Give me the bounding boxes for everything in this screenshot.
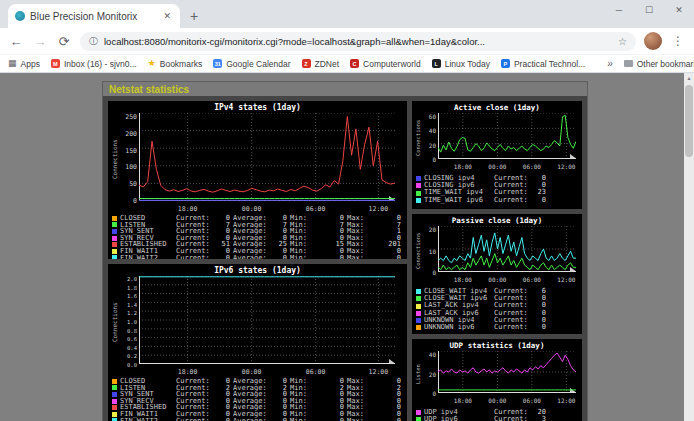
y-tick-label: 60 <box>429 113 436 120</box>
chart-panel-ipv6-states: IPv6 states (1day)Connections2.01.81.61.… <box>108 264 407 421</box>
y-tick-label: 1.6 <box>127 293 137 299</box>
legend-color-swatch <box>112 392 117 397</box>
x-tick-label: 18:00 <box>178 205 198 213</box>
new-tab-button[interactable]: + <box>190 8 198 24</box>
y-tick-label: 1.4 <box>127 302 137 308</box>
x-tick-label: 00:00 <box>242 205 262 213</box>
bookmark-linuxtoday[interactable]: LLinux Today <box>432 59 490 69</box>
url-text[interactable]: localhost:8080/monitorix-cgi/monitorix.c… <box>104 36 612 47</box>
gmail-icon: M <box>51 59 60 68</box>
chart-title: UDP statistics (1day) <box>414 341 580 351</box>
legend-col-label: Max: <box>347 418 383 421</box>
charts-grid: IPv4 states (1day)Connections25020015010… <box>103 96 587 421</box>
legend-color-swatch <box>112 222 117 227</box>
maximize-button[interactable]: ☐ <box>634 0 664 20</box>
y-tick-label: 0.2 <box>127 353 137 359</box>
bookmark-practicaltech[interactable]: PPractical Technol... <box>501 59 585 69</box>
bookmark-label: Computerworld <box>363 59 421 69</box>
legend-col-label: Min: <box>290 255 326 259</box>
x-tick-labels: 18:0000:0006:0012:00 <box>438 163 576 171</box>
y-tick-label: 0.4 <box>127 345 137 351</box>
site-info-icon[interactable]: ⓘ <box>89 35 98 48</box>
y-tick-label: 0 <box>432 269 436 276</box>
minimize-button[interactable]: ─ <box>604 0 634 20</box>
y-tick-label: 150 <box>125 147 137 155</box>
bookmark-label: Linux Today <box>445 59 490 69</box>
y-tick-label: 20 <box>429 226 436 233</box>
y-axis-label: Connections <box>110 113 119 205</box>
toolbar: ← → ⟳ ⓘ localhost:8080/monitorix-cgi/mon… <box>0 28 694 55</box>
chart-legend: UDP ipv4Current:20UDP ipv6Current:3 <box>414 409 580 421</box>
back-icon[interactable]: ← <box>8 34 24 49</box>
x-tick-labels: 18:0000:0006:0012:00 <box>438 276 576 284</box>
scroll-up-button[interactable]: ▲ <box>684 73 694 83</box>
x-tick-label: 06:00 <box>523 163 541 170</box>
other-bookmarks[interactable]: Other bookmarks <box>624 59 694 69</box>
legend-color-swatch <box>112 216 117 221</box>
legend-color-swatch <box>416 318 421 323</box>
series-TIME_WAIT-ipv4 <box>438 115 576 152</box>
y-axis-label: Connections <box>110 276 119 368</box>
y-tick-label: 1.2 <box>127 310 137 316</box>
x-tick-label: 00:00 <box>242 368 262 376</box>
chart-plot[interactable] <box>139 113 395 201</box>
tab-title: Blue Precision Monitorix <box>30 11 156 22</box>
y-tick-label: 50 <box>129 180 137 188</box>
legend-color-swatch <box>416 296 421 301</box>
chart-panel-passive-close: Passive close (1day)Connections2010018:0… <box>412 214 582 334</box>
other-bookmarks-label: Other bookmarks <box>637 59 694 69</box>
browser-tab[interactable]: Blue Precision Monitorix ✕ <box>8 4 180 28</box>
legend-value: 0 <box>326 255 344 259</box>
legend-color-swatch <box>416 176 421 181</box>
x-tick-label: 18:00 <box>178 368 198 376</box>
bookmark-label: Practical Technol... <box>514 59 585 69</box>
y-tick-labels: 250200150100500 <box>119 113 139 205</box>
chart-legend: CLOSE_WAIT ipv4Current:6CLOSE_WAIT ipv6C… <box>414 288 580 331</box>
legend-color-swatch <box>112 249 117 254</box>
star-icon: ★ <box>148 59 156 68</box>
section-header-netstat: Netstat statistics <box>103 82 587 96</box>
chart-title: Passive close (1day) <box>414 216 580 226</box>
bookmark-apps-grid[interactable]: ▦Apps <box>8 59 40 69</box>
legend-color-swatch <box>112 379 117 384</box>
bookmark-computerworld[interactable]: CComputerworld <box>350 59 421 69</box>
close-button[interactable]: ✕ <box>664 0 694 20</box>
legend-value: 0 <box>326 418 344 421</box>
y-tick-label: 0.0 <box>127 362 137 368</box>
chart-plot[interactable] <box>438 226 576 272</box>
chart-plot[interactable] <box>438 351 576 393</box>
bookmark-label: Bookmarks <box>160 59 203 69</box>
legend-name: UDP ipv6 <box>424 416 494 421</box>
bookmarks-overflow-icon[interactable]: » <box>607 58 613 69</box>
bookmark-calendar[interactable]: 31Google Calendar <box>213 59 290 69</box>
x-tick-label: 12:00 <box>557 276 575 283</box>
legend-color-swatch <box>112 255 117 259</box>
reload-icon[interactable]: ⟳ <box>56 34 72 49</box>
chart-plot[interactable] <box>139 276 395 364</box>
x-tick-label: 12:00 <box>557 163 575 170</box>
x-tick-labels: 18:0000:0006:0012:00 <box>139 368 395 376</box>
forward-icon[interactable]: → <box>32 34 48 49</box>
browser-menu-icon[interactable]: ⋮ <box>670 34 686 48</box>
y-tick-label: 0 <box>133 197 137 205</box>
tab-close-icon[interactable]: ✕ <box>161 11 173 21</box>
chart-plot[interactable] <box>438 113 576 159</box>
y-tick-labels: 40200 <box>422 351 438 397</box>
address-bar[interactable]: ⓘ localhost:8080/monitorix-cgi/monitorix… <box>80 32 636 51</box>
bookmark-gmail[interactable]: MInbox (16) - sjvn0... <box>51 59 137 69</box>
y-tick-label: 10 <box>429 248 436 255</box>
chart-title: IPv4 states (1day) <box>110 103 405 113</box>
bookmark-zdnet[interactable]: ZZDNet <box>302 59 340 69</box>
scrollbar-thumb[interactable] <box>685 85 693 157</box>
y-tick-label: 1.8 <box>127 285 137 291</box>
bookmark-star[interactable]: ★Bookmarks <box>148 59 203 69</box>
practicaltech-icon: P <box>501 59 510 68</box>
legend-col-label: Current: <box>176 418 212 421</box>
legend-color-swatch <box>416 198 421 203</box>
y-tick-label: 20 <box>429 371 436 378</box>
x-tick-label: 06:00 <box>523 397 541 404</box>
legend-value: 0 <box>269 418 287 421</box>
bookmark-star-icon[interactable]: ☆ <box>618 36 627 47</box>
chart-legend: CLOSEDCurrent:0Average:0Min:0Max:0LISTEN… <box>110 378 405 421</box>
profile-avatar[interactable] <box>644 32 662 50</box>
